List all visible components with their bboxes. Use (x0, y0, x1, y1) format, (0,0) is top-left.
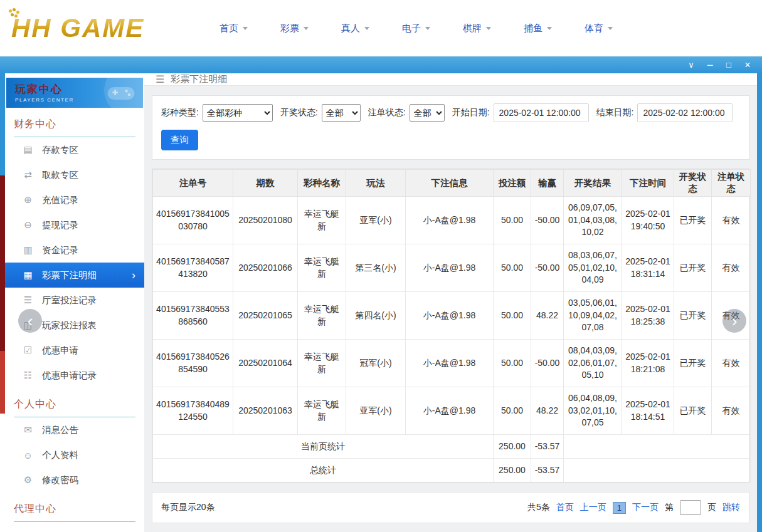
background-banner-strip (0, 351, 5, 414)
nav-item-live[interactable]: 真人 (341, 23, 369, 34)
page-summary-bet-total: 250.00 (494, 435, 531, 459)
end-date-input[interactable] (637, 103, 733, 122)
collapse-icon[interactable] (683, 59, 699, 71)
col-header: 开奖状态 (674, 170, 712, 197)
window-body: 玩家中心 PLAYERS CENTER 财务中心 存款专区 取款专区 (0, 73, 762, 532)
table-cell: 小-A盘@1.98 (406, 387, 494, 435)
sidebar-item-label: 玩家投注报表 (42, 320, 97, 331)
table-cell: 2025-02-01 18:14:51 (622, 387, 674, 435)
table-cell: 06,09,07,05,01,04,03,08,10,02 (564, 197, 622, 244)
prev-page-link[interactable]: 上一页 (580, 502, 606, 513)
sidebar-item-deposit[interactable]: 存款专区 (5, 137, 144, 162)
query-button[interactable]: 查询 (161, 130, 198, 150)
table-cell: 小-A盘@1.98 (406, 197, 494, 244)
next-page-link[interactable]: 下一页 (632, 502, 659, 513)
current-page-badge[interactable]: 1 (613, 502, 626, 514)
table-row: 40156917384052685459020250201064幸运飞艇新冠军(… (153, 340, 751, 387)
bet-status-label: 注单状态: (368, 107, 406, 118)
table-cell: 401569173840526854590 (153, 340, 233, 387)
table-cell: 20250201080 (233, 197, 298, 244)
sidebar-item-profile[interactable]: 个人资料 (5, 442, 144, 467)
table-row: 40156917384048912455020250201063幸运飞艇新亚军(… (153, 387, 751, 435)
table-cell: 08,03,06,07,05,01,02,10,04,09 (564, 244, 622, 292)
table-summary: 当前页统计 250.00 -53.57 总统计 250.00 -53.57 (153, 435, 751, 482)
sidebar-item-label: 厅室投注记录 (42, 295, 97, 306)
col-header: 输赢 (531, 170, 564, 197)
deposit-icon (23, 144, 33, 155)
table-cell: 第三名(小) (346, 244, 406, 292)
jump-suffix-label: 页 (707, 502, 716, 513)
sidebar-item-label: 存款专区 (42, 144, 78, 156)
table-cell: 2025-02-01 19:40:50 (622, 197, 674, 244)
table-cell: 已开奖 (674, 197, 712, 244)
start-date-label: 开始日期: (452, 107, 490, 118)
table-cell: 20250201063 (233, 387, 298, 435)
sidebar-item-label: 消息公告 (42, 424, 78, 436)
nav-item-sports[interactable]: 体育 (585, 23, 613, 34)
sidebar-item-funds-records[interactable]: 资金记录 (5, 237, 144, 263)
nav-item-home[interactable]: 首页 (220, 23, 248, 34)
nav-item-cards[interactable]: 棋牌 (463, 23, 491, 34)
lottery-type-select[interactable]: 全部彩种 (203, 104, 273, 122)
top-nav: 首页 彩票 真人 电子 棋牌 捕鱼 体育 (220, 23, 613, 34)
sidebar-item-withdraw[interactable]: 取款专区 (5, 162, 144, 187)
chevron-down-icon (425, 27, 430, 30)
bet-status-select[interactable]: 全部 (410, 104, 445, 122)
col-header: 期数 (233, 170, 298, 197)
chevron-right-icon[interactable] (722, 309, 746, 333)
sidebar-item-lottery-bet-details[interactable]: 彩票下注明细 (5, 263, 144, 288)
table-cell: 06,04,08,09,03,02,01,10,07,05 (564, 387, 622, 435)
sidebar-item-label: 充值记录 (42, 194, 78, 206)
logo-burst-decoration (9, 9, 12, 13)
filter-panel: 彩种类型: 全部彩种 开奖状态: 全部 注单状态: 全部 开始日期: 结束日期:… (152, 95, 749, 160)
nav-item-slots[interactable]: 电子 (402, 23, 430, 34)
site-header: HH GAME 首页 彩票 真人 电子 棋牌 捕鱼 体育 (0, 0, 762, 56)
page-title: 彩票下注明细 (171, 73, 227, 85)
table-cell: 有效 (712, 244, 751, 292)
sidebar-item-messages[interactable]: 消息公告 (5, 417, 144, 442)
table-cell: 有效 (712, 387, 751, 435)
table-cell: 小-A盘@1.98 (406, 340, 494, 387)
nav-item-label: 电子 (402, 23, 421, 34)
sidebar-item-label: 个人资料 (42, 449, 78, 461)
table-cell: 50.00 (494, 292, 531, 340)
table-cell: 401569173841005030780 (153, 197, 233, 244)
sidebar-item-label: 资金记录 (42, 244, 78, 256)
table-cell: 幸运飞艇新 (298, 292, 346, 340)
minimize-icon[interactable] (702, 59, 718, 71)
sidebar-subtitle: PLAYERS CENTER (15, 97, 143, 103)
table-cell: -50.00 (531, 244, 564, 292)
chevron-down-icon (547, 27, 552, 30)
table-cell: 50.00 (494, 387, 531, 435)
page-jump-input[interactable] (680, 500, 701, 515)
draw-status-select[interactable]: 全部 (322, 104, 361, 122)
chevron-left-icon[interactable] (18, 309, 42, 333)
nav-item-lottery[interactable]: 彩票 (280, 23, 309, 34)
menu-icon[interactable] (156, 73, 164, 85)
sidebar-section-agent: 代理中心 (14, 503, 135, 522)
jump-button[interactable]: 跳转 (722, 502, 740, 513)
maximize-icon[interactable] (721, 59, 737, 71)
table-cell: 50.00 (494, 197, 531, 244)
table-cell: 50.00 (494, 340, 531, 387)
close-icon[interactable] (739, 59, 756, 71)
table-cell: 幸运飞艇新 (298, 387, 346, 435)
chevron-down-icon (364, 27, 369, 30)
sidebar-item-promo-apply[interactable]: 优惠申请 (5, 338, 144, 363)
col-header: 彩种名称 (298, 170, 346, 197)
end-date-label: 结束日期: (596, 107, 634, 118)
sidebar-item-recharge-records[interactable]: 充值记录 (5, 187, 144, 212)
sidebar-item-withdrawal-records[interactable]: 提现记录 (5, 212, 144, 237)
table-cell: 48.22 (531, 387, 564, 435)
first-page-link[interactable]: 首页 (556, 502, 574, 513)
site-logo[interactable]: HH GAME (11, 13, 193, 43)
grand-summary-empty (564, 459, 751, 482)
chevron-down-icon (608, 27, 613, 30)
table-cell: 冠军(小) (346, 340, 406, 387)
nav-item-fishing[interactable]: 捕鱼 (524, 23, 552, 34)
sidebar-item-label: 修改密码 (42, 474, 78, 486)
sidebar-item-promo-records[interactable]: 优惠申请记录 (5, 363, 144, 388)
sidebar-item-change-password[interactable]: 修改密码 (5, 467, 144, 493)
table-row: 40156917384058741382020250201066幸运飞艇新第三名… (153, 244, 751, 292)
start-date-input[interactable] (494, 103, 589, 122)
